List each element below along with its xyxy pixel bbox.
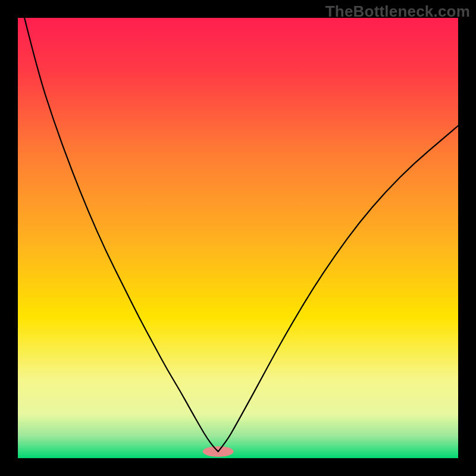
watermark-text: TheBottleneck.com: [325, 2, 470, 21]
chart-frame: TheBottleneck.com: [0, 0, 476, 476]
plot-area: [18, 18, 458, 458]
chart-svg: [18, 18, 458, 458]
gradient-background: [18, 18, 458, 458]
